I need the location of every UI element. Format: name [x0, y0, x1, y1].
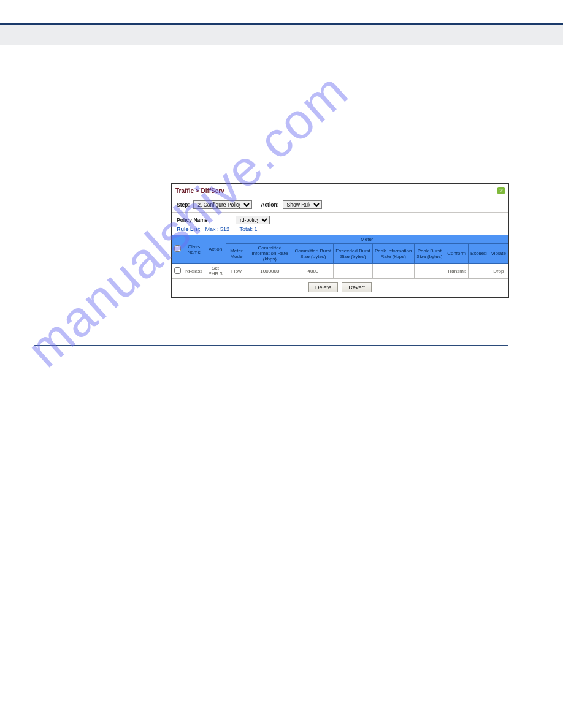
rule-list-summary: Rule List Max : 512 Total: 1: [172, 226, 508, 235]
policy-name-row: Policy Name rd-policy: [172, 213, 508, 226]
action-label: Action:: [261, 202, 278, 208]
cell-violate: Drop: [489, 264, 508, 279]
action-select[interactable]: Show Rule: [283, 200, 322, 209]
rule-list-label: Rule List: [177, 226, 200, 232]
step-action-row: Step: 2. Configure Policy Action: Show R…: [172, 197, 508, 213]
header-gray-bar: [0, 25, 563, 45]
rule-list-total: Total: 1: [240, 226, 258, 232]
cell-ebs: [334, 264, 373, 279]
step-label: Step:: [177, 202, 190, 208]
row-checkbox[interactable]: [174, 267, 181, 274]
cell-pir: [372, 264, 414, 279]
col-select-all: [172, 235, 183, 264]
policy-name-select[interactable]: rd-policy: [236, 216, 270, 224]
col-meter-mode: Meter Mode: [226, 244, 247, 264]
cell-meter-mode: Flow: [226, 264, 247, 279]
col-ebs: Exceeded Burst Size (bytes): [334, 244, 373, 264]
breadcrumb-text: Traffic > DiffServ: [175, 188, 224, 194]
col-exceed: Exceed: [468, 244, 489, 264]
cell-class-name: rd-class: [183, 264, 205, 279]
col-violate: Violate: [489, 244, 508, 264]
delete-button[interactable]: Delete: [308, 282, 338, 292]
button-row: Delete Revert: [172, 279, 508, 297]
diffserv-panel: Traffic > DiffServ ? Step: 2. Configure …: [171, 183, 509, 298]
rule-table: Class Name Action Meter Meter Mode Commi…: [172, 235, 508, 279]
revert-button[interactable]: Revert: [342, 282, 372, 292]
rule-list-max: Max : 512: [205, 226, 230, 232]
col-pir: Peak Information Rate (kbps): [372, 244, 414, 264]
cell-exceed: [468, 264, 489, 279]
table-row: rd-class Set PHB 3 Flow 1000000 4000 Tra…: [172, 264, 508, 279]
step-select[interactable]: 2. Configure Policy: [193, 200, 252, 209]
cell-action: Set PHB 3: [205, 264, 226, 279]
cell-cir: 1000000: [247, 264, 293, 279]
select-all-checkbox[interactable]: [174, 245, 181, 252]
watermark: manualshive.com: [16, 89, 535, 609]
cell-pbs: [414, 264, 445, 279]
breadcrumb: Traffic > DiffServ ?: [172, 184, 508, 197]
col-class-name: Class Name: [183, 235, 205, 264]
cell-cbs: 4000: [293, 264, 334, 279]
section-rule: [34, 345, 508, 346]
col-cbs: Committed Burst Size (bytes): [293, 244, 334, 264]
help-icon[interactable]: ?: [497, 187, 505, 194]
col-conform: Conform: [445, 244, 469, 264]
col-meter: Meter: [226, 235, 508, 244]
col-action: Action: [205, 235, 226, 264]
col-pbs: Peak Burst Size (bytes): [414, 244, 445, 264]
policy-name-label: Policy Name: [177, 217, 232, 223]
col-cir: Committed Information Rate (kbps): [247, 244, 293, 264]
cell-conform: Transmit: [445, 264, 469, 279]
